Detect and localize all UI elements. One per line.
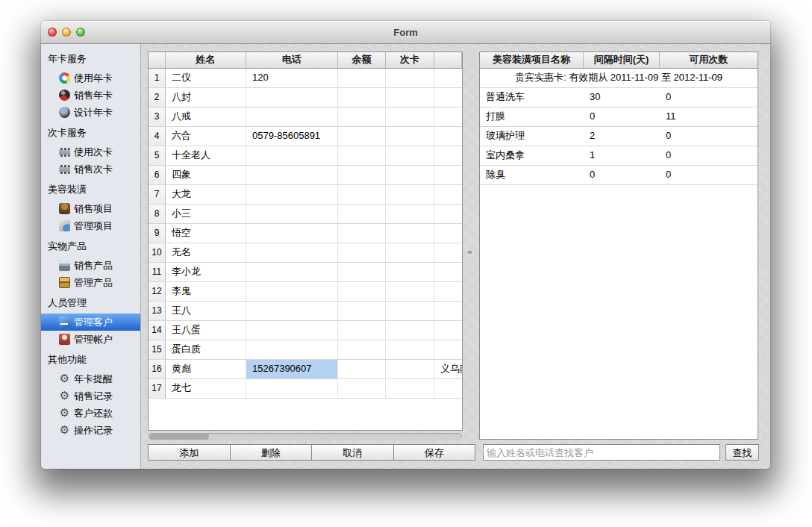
cell-interval[interactable]: 0 — [584, 107, 660, 126]
cell-interval[interactable]: 30 — [584, 88, 660, 107]
find-button[interactable]: 查找 — [725, 444, 759, 461]
cell-name[interactable]: 八戒 — [166, 107, 246, 126]
cell-available-count[interactable]: 0 — [660, 146, 758, 165]
cell-name[interactable]: 大龙 — [166, 185, 246, 204]
sidebar-item-sell-project[interactable]: 销售项目 — [41, 200, 140, 217]
cell-available-count[interactable]: 0 — [660, 88, 758, 107]
minimize-button[interactable] — [62, 28, 71, 37]
cell-times-card[interactable] — [386, 243, 434, 262]
cell-extra[interactable] — [434, 243, 462, 262]
column-header[interactable] — [434, 52, 462, 68]
cell-phone[interactable] — [246, 146, 338, 165]
column-header[interactable]: 姓名 — [166, 52, 246, 68]
cell-extra[interactable] — [434, 321, 462, 340]
cell-phone[interactable] — [246, 282, 338, 301]
cell-name[interactable]: 八封 — [166, 88, 246, 107]
splitter-grip[interactable] — [468, 251, 472, 254]
column-header[interactable]: 余额 — [338, 52, 386, 68]
search-input[interactable] — [483, 444, 720, 461]
sidebar-item-sell-product[interactable]: 销售产品 — [41, 257, 140, 274]
cell-item-name[interactable]: 玻璃护理 — [480, 127, 584, 146]
cell-balance[interactable] — [338, 107, 386, 126]
cell-interval[interactable]: 1 — [584, 146, 660, 165]
save-button[interactable]: 保存 — [393, 444, 476, 461]
sidebar-item-design-annual-card[interactable]: 设计年卡 — [41, 104, 140, 121]
row-number[interactable]: 2 — [149, 88, 166, 107]
cell-balance[interactable] — [338, 263, 386, 281]
row-number[interactable]: 15 — [149, 340, 166, 359]
column-header[interactable]: 美容装潢项目名称 — [480, 52, 584, 68]
sidebar-item-use-times-card[interactable]: 使用次卡 — [41, 143, 140, 160]
cell-phone[interactable] — [246, 205, 338, 223]
cell-phone[interactable] — [246, 185, 338, 204]
cell-phone[interactable] — [246, 224, 338, 243]
cell-extra[interactable] — [434, 263, 462, 281]
cell-name[interactable]: 蛋白质 — [166, 340, 246, 359]
row-number[interactable]: 9 — [149, 224, 166, 243]
row-number[interactable]: 14 — [149, 321, 166, 340]
cell-extra[interactable] — [434, 107, 462, 126]
cell-times-card[interactable] — [386, 88, 434, 107]
cell-times-card[interactable] — [386, 360, 434, 378]
cell-extra[interactable] — [434, 224, 462, 243]
cell-extra[interactable] — [434, 166, 462, 184]
cell-name[interactable]: 悟空 — [166, 224, 246, 243]
sidebar-item-manage-project[interactable]: 管理项目 — [41, 217, 140, 234]
cell-interval[interactable]: 2 — [584, 127, 660, 146]
column-header[interactable]: 间隔时间(天) — [584, 52, 660, 68]
delete-button[interactable]: 删除 — [230, 444, 313, 461]
cell-phone[interactable] — [246, 263, 338, 281]
cell-item-name[interactable]: 普通洗车 — [480, 88, 584, 107]
row-number[interactable]: 13 — [149, 302, 166, 320]
cell-balance[interactable] — [338, 360, 386, 378]
cell-name[interactable]: 无名 — [166, 243, 246, 262]
cell-times-card[interactable] — [386, 69, 434, 87]
cell-phone[interactable]: 0579-85605891 — [246, 127, 338, 146]
cell-times-card[interactable] — [386, 263, 434, 281]
cell-phone[interactable] — [246, 321, 338, 340]
cell-times-card[interactable] — [386, 185, 434, 204]
cell-phone[interactable] — [246, 302, 338, 320]
cell-times-card[interactable] — [386, 379, 434, 398]
cell-name[interactable]: 小三 — [166, 205, 246, 223]
sidebar-item-manage-account[interactable]: 管理帐户 — [41, 331, 140, 348]
cell-balance[interactable] — [338, 340, 386, 359]
row-number[interactable]: 16 — [149, 360, 166, 378]
cell-times-card[interactable] — [386, 282, 434, 301]
cell-balance[interactable] — [338, 282, 386, 301]
cell-extra[interactable] — [434, 185, 462, 204]
row-number[interactable]: 1 — [149, 69, 166, 87]
zoom-button[interactable] — [76, 28, 85, 37]
cell-phone[interactable]: 15267390607 — [246, 360, 338, 378]
cell-name[interactable]: 李鬼 — [166, 282, 246, 301]
row-number[interactable]: 8 — [149, 205, 166, 223]
sidebar-item-customer-repayment[interactable]: ⚙客户还款 — [41, 405, 140, 422]
sidebar-item-sell-annual-card[interactable]: 销售年卡 — [41, 87, 140, 104]
cell-name[interactable]: 李小龙 — [166, 263, 246, 281]
row-number[interactable]: 12 — [149, 282, 166, 301]
close-button[interactable] — [48, 28, 57, 37]
sidebar-item-annual-card-reminder[interactable]: ⚙年卡提醒 — [41, 370, 140, 387]
cell-extra[interactable]: 义乌南下 — [434, 360, 462, 378]
cell-phone[interactable] — [246, 88, 338, 107]
cell-available-count[interactable]: 0 — [660, 166, 758, 184]
cell-name[interactable]: 黄彪 — [166, 360, 246, 378]
cell-extra[interactable] — [434, 340, 462, 359]
row-number-header[interactable] — [149, 52, 166, 68]
cell-times-card[interactable] — [386, 127, 434, 146]
cell-balance[interactable] — [338, 302, 386, 320]
cell-name[interactable]: 十全老人 — [166, 146, 246, 165]
column-header[interactable]: 次卡 — [386, 52, 434, 68]
row-number[interactable]: 5 — [149, 146, 166, 165]
cell-name[interactable]: 四象 — [166, 166, 246, 184]
cell-phone[interactable] — [246, 107, 338, 126]
cell-item-name[interactable]: 室内桑拿 — [480, 146, 584, 165]
horizontal-scrollbar[interactable] — [149, 433, 462, 440]
cell-name[interactable]: 龙七 — [166, 379, 246, 398]
sidebar-item-sell-times-card[interactable]: 销售次卡 — [41, 160, 140, 178]
cancel-button[interactable]: 取消 — [311, 444, 394, 461]
sidebar-item-sales-record[interactable]: ⚙销售记录 — [41, 387, 140, 405]
row-number[interactable]: 10 — [149, 243, 166, 262]
cell-balance[interactable] — [338, 127, 386, 146]
cell-extra[interactable] — [434, 205, 462, 223]
